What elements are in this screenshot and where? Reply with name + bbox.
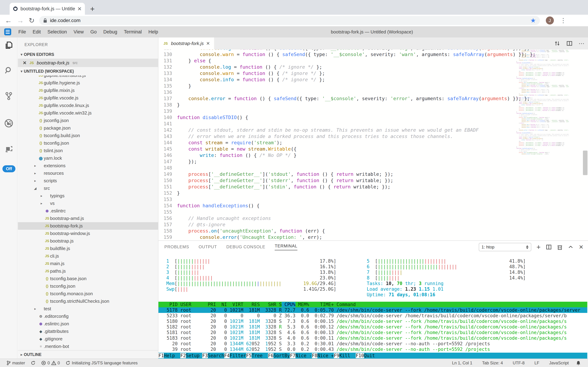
kill-terminal-icon[interactable] bbox=[557, 244, 563, 250]
outline-header[interactable]: ▸ OUTLINE bbox=[18, 350, 158, 359]
new-terminal-icon[interactable]: + bbox=[537, 243, 541, 251]
tree-item-test[interactable]: ▸ test bbox=[18, 305, 158, 313]
status-ln-1-col-1[interactable]: Ln 1, Col 1 bbox=[452, 360, 472, 366]
extensions-icon[interactable] bbox=[0, 145, 17, 153]
tab-close-icon[interactable]: ✕ bbox=[206, 41, 210, 46]
tree-item-.eslintrc.json[interactable]: ⬢.eslintrc.json bbox=[18, 320, 158, 328]
avatar[interactable]: J bbox=[546, 17, 554, 25]
address-bar[interactable]: ide.coder.com ★ bbox=[39, 16, 540, 25]
tree-item-cli.js[interactable]: JScli.js bbox=[18, 252, 158, 260]
panel-tab-output[interactable]: OUTPUT bbox=[199, 244, 217, 249]
tree-item-tsconfig.base.json[interactable]: {}tsconfig.base.json bbox=[18, 275, 158, 283]
tree-item-gulpfile.vscode.win32.js[interactable]: JSgulpfile.vscode.win32.js bbox=[18, 109, 158, 117]
tree-item-jsconfig.json[interactable]: {}jsconfig.json bbox=[18, 117, 158, 124]
tree-item-resources[interactable]: ▸ resources bbox=[18, 169, 158, 177]
htop-process-row-5233[interactable]: 5233 root 20 0 0 0 0 Z 36.3 0.0 0:02.79 … bbox=[158, 313, 587, 318]
panel-tab-debug-console[interactable]: DEBUG CONSOLE bbox=[226, 244, 265, 249]
split-terminal-icon[interactable] bbox=[546, 244, 552, 250]
tree-item-bootstrap-amd.js[interactable]: JSbootstrap-amd.js bbox=[18, 215, 158, 222]
close-panel-icon[interactable]: ✕ bbox=[579, 244, 583, 250]
maximize-panel-icon[interactable] bbox=[568, 244, 573, 250]
tree-item-tsconfig.json[interactable]: {}tsconfig.json bbox=[18, 139, 158, 147]
tree-item-main.js[interactable]: JSmain.js bbox=[18, 260, 158, 267]
tree-item-.gitignore[interactable]: ◆.gitignore bbox=[18, 335, 158, 343]
forward-icon[interactable]: → bbox=[17, 17, 24, 25]
split-editor-icon[interactable] bbox=[566, 40, 573, 47]
app-logo[interactable] bbox=[4, 28, 11, 35]
menu-view[interactable]: View bbox=[70, 29, 87, 34]
compare-changes-icon[interactable] bbox=[554, 40, 560, 47]
menu-terminal[interactable]: Terminal bbox=[121, 29, 145, 34]
menu-go[interactable]: Go bbox=[87, 29, 100, 34]
browser-menu-icon[interactable]: ⋮ bbox=[560, 17, 566, 24]
workspace-header[interactable]: ▾ UNTITLED (WORKSPACE) bbox=[18, 67, 158, 75]
menu-selection[interactable]: Selection bbox=[44, 29, 70, 34]
htop-process-row-5181[interactable]: 5181 root 20 0 1021M 181M 3328 S 4.6 0.6… bbox=[158, 330, 587, 335]
tree-item-src[interactable]: ◢ src bbox=[18, 184, 158, 192]
open-editor-item[interactable]: ✕ JS bootstrap-fork.js src bbox=[18, 59, 158, 67]
back-icon[interactable]: ← bbox=[5, 17, 12, 25]
editor-scrollbar[interactable] bbox=[583, 150, 588, 175]
more-actions-icon[interactable]: ⋯ bbox=[579, 40, 585, 47]
panel-tab-terminal[interactable]: TERMINAL bbox=[275, 243, 297, 250]
htop-process-row-20[interactable]: 20 root 20 0 1344M 62052 1952 S 3.3 0.2 … bbox=[158, 341, 587, 347]
status-tab-size-4[interactable]: Tab Size: 4 bbox=[482, 360, 503, 366]
status-lf[interactable]: LF bbox=[534, 360, 539, 366]
htop-process-row-5183[interactable]: 5183 root 20 0 1021M 181M 3328 S 4.0 0.6… bbox=[158, 335, 587, 341]
tree-item-.mention-bot[interactable]: ≡.mention-bot bbox=[18, 343, 158, 350]
status-javascript[interactable]: JavaScript bbox=[549, 360, 569, 366]
tree-item-buildfile.js[interactable]: JSbuildfile.js bbox=[18, 245, 158, 252]
htop-table-header[interactable]: PID USER PRI NI VIRT RES SHR S CPU% MEM%… bbox=[158, 302, 587, 307]
tree-item-gulpfile.mixin.js[interactable]: JSgulpfile.mixin.js bbox=[18, 87, 158, 94]
editor-tab[interactable]: JS bootstrap-fork.js ✕ bbox=[158, 37, 214, 49]
tree-item-yarn.lock[interactable]: ⬤yarn.lock bbox=[18, 154, 158, 162]
tree-item-extensions[interactable]: ▸ extensions bbox=[18, 162, 158, 169]
tree-item-tsconfig.monaco.json[interactable]: {}tsconfig.monaco.json bbox=[18, 290, 158, 298]
explorer-icon[interactable] bbox=[0, 41, 17, 49]
tree-item-typings[interactable]: ▸ typings bbox=[18, 192, 158, 200]
tree-item-.eslintrc[interactable]: ⬢.eslintrc bbox=[18, 207, 158, 215]
tree-item-tsconfig.strictNullChecks.json[interactable]: {}tsconfig.strictNullChecks.json bbox=[18, 298, 158, 305]
tree-item-.editorconfig[interactable]: ⚙.editorconfig bbox=[18, 313, 158, 320]
tree-item-tsconfig.build.json[interactable]: {}tsconfig.build.json bbox=[18, 132, 158, 139]
close-icon[interactable]: ✕ bbox=[23, 60, 27, 66]
tree-item-vs[interactable]: ▸ vs bbox=[18, 200, 158, 207]
terminal[interactable]: 1 [|||||||||||| 17.8%]2 [|||||||||| 16.1… bbox=[158, 253, 588, 359]
minimap[interactable]: console.log = function () { safeSend({ t… bbox=[516, 50, 569, 191]
tree-item-gulpfile.extensions.js[interactable]: JSgulpfile.extensions.js bbox=[18, 75, 158, 79]
status-badge[interactable]: Off bbox=[2, 165, 15, 172]
tree-item-bootstrap-fork.js[interactable]: JSbootstrap-fork.js bbox=[18, 222, 158, 230]
status-utf-8[interactable]: UTF-8 bbox=[513, 360, 525, 366]
terminal-select[interactable]: 1: htop bbox=[479, 243, 531, 251]
tree-item-tslint.json[interactable]: {}tslint.json bbox=[18, 147, 158, 154]
htop-process-row-39[interactable]: 39 root 20 0 1344M 62052 1952 S 0.0 0.2 … bbox=[158, 347, 587, 352]
htop-process-row-5180[interactable]: 5180 root 20 0 1021M 181M 3328 S 7.3 0.6… bbox=[158, 318, 587, 324]
panel-tab-problems[interactable]: PROBLEMS bbox=[164, 244, 189, 249]
tree-item-gulpfile.vscode.linux.js[interactable]: JSgulpfile.vscode.linux.js bbox=[18, 102, 158, 109]
problems-item[interactable]: 0 0 bbox=[41, 360, 60, 366]
source-control-icon[interactable] bbox=[0, 92, 17, 100]
menu-edit[interactable]: Edit bbox=[29, 29, 44, 34]
menu-debug[interactable]: Debug bbox=[100, 29, 121, 34]
htop-process-row-5182[interactable]: 5182 root 20 0 1021M 181M 3328 R 5.3 0.6… bbox=[158, 324, 587, 330]
menu-help[interactable]: Help bbox=[145, 29, 162, 34]
tree-item-gulpfile.hygiene.js[interactable]: JSgulpfile.hygiene.js bbox=[18, 79, 158, 87]
tree-item-bootstrap-window.js[interactable]: JSbootstrap-window.js bbox=[18, 230, 158, 237]
reload-icon[interactable]: ↻ bbox=[29, 17, 35, 25]
debug-disabled-icon[interactable] bbox=[0, 119, 17, 128]
git-branch-item[interactable]: master bbox=[6, 360, 25, 366]
tree-item-tsconfig.json[interactable]: {}tsconfig.json bbox=[18, 283, 158, 290]
tab-close-icon[interactable]: ✕ bbox=[77, 6, 82, 12]
menu-file[interactable]: File bbox=[15, 29, 29, 34]
search-icon[interactable] bbox=[0, 66, 17, 75]
tree-item-bootstrap.js[interactable]: JSbootstrap.js bbox=[18, 237, 158, 245]
new-tab-button[interactable]: + bbox=[90, 5, 95, 13]
tree-item-package.json[interactable]: {}package.json bbox=[18, 124, 158, 132]
bookmark-star-icon[interactable]: ★ bbox=[530, 17, 536, 24]
tree-item-scripts[interactable]: ▸ scripts bbox=[18, 177, 158, 184]
browser-tab[interactable]: bootstrap-fork.js — Untitled (W ✕ bbox=[10, 3, 85, 15]
tree-item-.gitattributes[interactable]: ◆.gitattributes bbox=[18, 328, 158, 335]
htop-process-row-5178[interactable]: 5178 root 20 0 1021M 181M 3328 R 72.7 0.… bbox=[158, 307, 587, 313]
tree-item-paths.js[interactable]: JSpaths.js bbox=[18, 267, 158, 275]
tree-item-gulpfile.vscode.js[interactable]: JSgulpfile.vscode.js bbox=[18, 94, 158, 102]
